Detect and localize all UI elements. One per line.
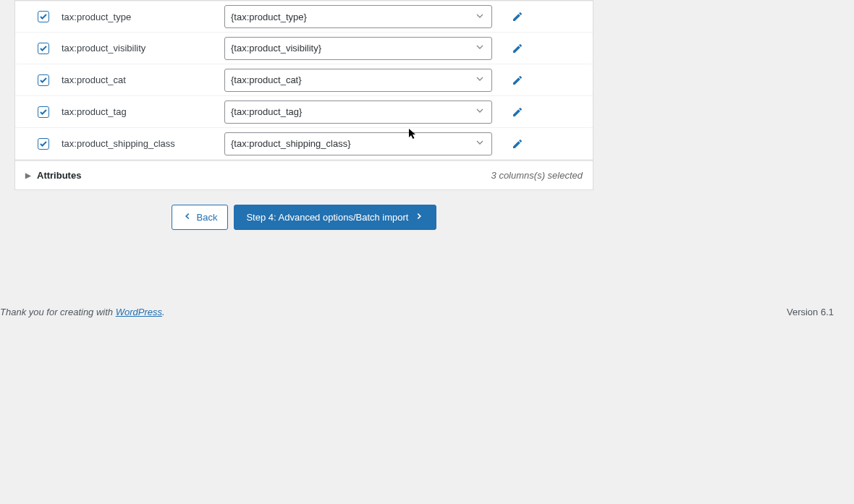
table-row: tax:product_shipping_class {tax:product_…	[15, 128, 593, 160]
table-row: tax:product_tag {tax:product_tag}	[15, 96, 593, 128]
wizard-buttons: Back Step 4: Advanced options/Batch impo…	[14, 190, 593, 244]
row-checkbox[interactable]	[38, 11, 49, 22]
wordpress-link[interactable]: WordPress	[116, 307, 162, 317]
table-row: tax:product_cat {tax:product_cat}	[15, 64, 593, 96]
next-label: Step 4: Advanced options/Batch import	[246, 212, 408, 223]
field-label: tax:product_tag	[62, 106, 224, 117]
mapping-select[interactable]: {tax:product_tag}	[224, 101, 492, 124]
row-checkbox[interactable]	[38, 138, 49, 150]
select-value: {tax:product_cat}	[231, 74, 302, 85]
pencil-icon[interactable]	[512, 74, 523, 86]
row-checkbox[interactable]	[38, 43, 49, 54]
chevron-down-icon	[474, 137, 486, 150]
row-checkbox[interactable]	[38, 106, 49, 118]
mapping-select[interactable]: {tax:product_shipping_class}	[224, 132, 492, 155]
chevron-down-icon	[474, 105, 486, 119]
pencil-icon[interactable]	[512, 43, 523, 54]
attributes-title: Attributes	[37, 170, 81, 181]
select-value: {tax:product_visibility}	[231, 43, 321, 54]
footer-version: Version 6.1	[787, 307, 834, 317]
back-button[interactable]: Back	[172, 205, 229, 230]
chevron-right-icon	[414, 211, 424, 223]
chevron-down-icon	[474, 41, 486, 55]
select-value: {tax:product_type}	[231, 12, 307, 22]
next-step-button[interactable]: Step 4: Advanced options/Batch import	[234, 205, 436, 230]
chevron-down-icon	[474, 73, 486, 87]
select-value: {tax:product_tag}	[231, 106, 302, 117]
chevron-left-icon	[182, 211, 193, 223]
attributes-toggle[interactable]: ▶ Attributes	[25, 170, 81, 181]
back-label: Back	[197, 212, 218, 223]
row-checkbox[interactable]	[38, 74, 49, 86]
table-row: tax:product_type {tax:product_type}	[15, 1, 593, 33]
caret-right-icon: ▶	[25, 171, 31, 179]
field-label: tax:product_cat	[62, 74, 224, 85]
mapping-select[interactable]: {tax:product_type}	[224, 5, 492, 28]
mapping-panel: tax:product_type {tax:product_type} tax:…	[14, 0, 593, 190]
table-row: tax:product_visibility {tax:product_visi…	[15, 33, 593, 64]
pencil-icon[interactable]	[512, 106, 523, 118]
field-label: tax:product_type	[62, 12, 224, 22]
footer-credit: Thank you for creating with WordPress.	[0, 307, 165, 317]
select-value: {tax:product_shipping_class}	[231, 138, 351, 149]
field-label: tax:product_visibility	[62, 43, 224, 54]
field-label: tax:product_shipping_class	[62, 138, 224, 149]
mapping-select[interactable]: {tax:product_visibility}	[224, 37, 492, 60]
pencil-icon[interactable]	[512, 11, 523, 22]
mapping-select[interactable]: {tax:product_cat}	[224, 69, 492, 92]
chevron-down-icon	[474, 10, 486, 24]
attributes-section: ▶ Attributes 3 columns(s) selected	[15, 161, 593, 189]
pencil-icon[interactable]	[512, 138, 523, 150]
wp-footer: Thank you for creating with WordPress. V…	[0, 295, 854, 329]
attributes-summary: 3 columns(s) selected	[491, 170, 583, 181]
